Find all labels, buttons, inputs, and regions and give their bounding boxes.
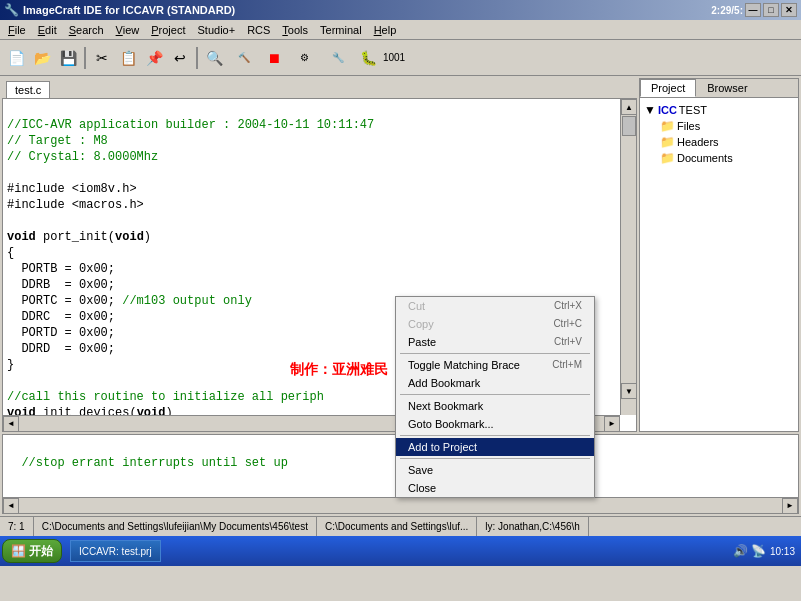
find-button[interactable]: 🔍 — [202, 46, 226, 70]
undo-button[interactable]: ↩ — [168, 46, 192, 70]
context-menu: Cut Ctrl+X Copy Ctrl+C Paste Ctrl+V Togg… — [395, 296, 595, 498]
tree-documents[interactable]: 📁 Documents — [644, 150, 794, 166]
taskbar-right: 🔊 📡 10:13 — [733, 544, 799, 558]
minimize-button[interactable]: — — [745, 3, 761, 17]
scroll-right-arrow[interactable]: ► — [604, 416, 620, 432]
vertical-scrollbar[interactable]: ▲ ▼ — [620, 99, 636, 415]
status-path2: C:\Documents and Settings\luf... — [317, 517, 477, 536]
ctx-add-bookmark[interactable]: Add Bookmark — [396, 374, 594, 392]
scroll-up-arrow[interactable]: ▲ — [621, 99, 637, 115]
start-label: 开始 — [29, 543, 53, 560]
menu-studio[interactable]: Studio+ — [192, 22, 242, 38]
ctx-toggle-brace[interactable]: Toggle Matching Brace Ctrl+M — [396, 356, 594, 374]
menu-file[interactable]: File — [2, 22, 32, 38]
taskbar-iccavr[interactable]: ICCAVR: test.prj — [70, 540, 161, 562]
toolbar: 📄 📂 💾 ✂ 📋 📌 ↩ 🔍 🔨 ⏹ ⚙ 🔧 🐛 1001 — [0, 40, 801, 76]
paste-button[interactable]: 📌 — [142, 46, 166, 70]
ctx-close[interactable]: Close — [396, 479, 594, 497]
bottom-scroll-right[interactable]: ► — [782, 498, 798, 514]
ctx-goto-bookmark-label: Goto Bookmark... — [408, 418, 494, 430]
menu-rcs[interactable]: RCS — [241, 22, 276, 38]
taskbar: 🪟 开始 ICCAVR: test.prj 🔊 📡 10:13 — [0, 536, 801, 566]
ctx-toggle-brace-shortcut: Ctrl+M — [552, 359, 582, 371]
ctx-sep4 — [400, 458, 590, 459]
menu-edit[interactable]: Edit — [32, 22, 63, 38]
tree-files-label: Files — [677, 120, 700, 132]
titlebar-title: ImageCraft IDE for ICCAVR (STANDARD) — [23, 4, 235, 16]
menu-tools[interactable]: Tools — [276, 22, 314, 38]
statusbar: 7: 1 C:\Documents and Settings\lufeijian… — [0, 516, 801, 536]
watermark-text: 制作：亚洲难民 — [290, 361, 388, 379]
ctx-next-bookmark[interactable]: Next Bookmark — [396, 397, 594, 415]
folder-icon-files: 📁 — [660, 119, 675, 133]
menu-terminal[interactable]: Terminal — [314, 22, 368, 38]
new-button[interactable]: 📄 — [4, 46, 28, 70]
ctx-paste-label: Paste — [408, 336, 436, 348]
bottom-scroll-left[interactable]: ◄ — [3, 498, 19, 514]
tab-browser[interactable]: Browser — [696, 79, 758, 97]
debug-button[interactable]: 🐛 — [356, 46, 380, 70]
ctx-save-label: Save — [408, 464, 433, 476]
tree-documents-label: Documents — [677, 152, 733, 164]
ctx-cut-shortcut: Ctrl+X — [554, 300, 582, 312]
file-tab-testc[interactable]: test.c — [6, 81, 50, 98]
menu-project[interactable]: Project — [145, 22, 191, 38]
ctx-paste-shortcut: Ctrl+V — [554, 336, 582, 348]
main-area: test.c //ICC-AVR application builder : 2… — [0, 76, 801, 516]
ctx-next-bookmark-label: Next Bookmark — [408, 400, 483, 412]
tree-root[interactable]: ▼ ICC TEST — [644, 102, 794, 118]
project-panel: Project Browser ▼ ICC TEST 📁 Files 📁 Hea… — [639, 78, 799, 432]
ctx-sep2 — [400, 394, 590, 395]
taskbar-time: 10:13 — [770, 546, 795, 557]
status-position: 7: 1 — [0, 517, 34, 536]
run-button[interactable]: 1001 — [382, 46, 406, 70]
ctx-goto-bookmark[interactable]: Goto Bookmark... — [396, 415, 594, 433]
menu-help[interactable]: Help — [368, 22, 403, 38]
toolbar-sep1 — [84, 47, 86, 69]
ctx-copy-shortcut: Ctrl+C — [553, 318, 582, 330]
ctx-paste[interactable]: Paste Ctrl+V — [396, 333, 594, 351]
ctx-copy-label: Copy — [408, 318, 434, 330]
bottom-hscrollbar[interactable]: ◄ ► — [3, 497, 798, 513]
build-button[interactable]: ⚙ — [288, 46, 320, 70]
folder-icon-documents: 📁 — [660, 151, 675, 165]
scroll-thumb[interactable] — [622, 116, 636, 136]
save-button[interactable]: 💾 — [56, 46, 80, 70]
folder-icon-headers: 📁 — [660, 135, 675, 149]
menu-view[interactable]: View — [110, 22, 146, 38]
ctx-copy: Copy Ctrl+C — [396, 315, 594, 333]
open-button[interactable]: 📂 — [30, 46, 54, 70]
maximize-button[interactable]: □ — [763, 3, 779, 17]
ctx-cut-label: Cut — [408, 300, 425, 312]
close-button[interactable]: ✕ — [781, 3, 797, 17]
titlebar: 🔧 ImageCraft IDE for ICCAVR (STANDARD) 2… — [0, 0, 801, 20]
tree-headers[interactable]: 📁 Headers — [644, 134, 794, 150]
file-tabs: test.c — [2, 78, 637, 98]
titlebar-left: 🔧 ImageCraft IDE for ICCAVR (STANDARD) — [4, 3, 235, 17]
ctx-sep1 — [400, 353, 590, 354]
ctx-save[interactable]: Save — [396, 461, 594, 479]
taskbar-icons: 🔊 📡 — [733, 544, 766, 558]
copy-button[interactable]: 📋 — [116, 46, 140, 70]
make-button[interactable]: 🔧 — [322, 46, 354, 70]
cut-button[interactable]: ✂ — [90, 46, 114, 70]
project-tree: ▼ ICC TEST 📁 Files 📁 Headers 📁 Documents — [640, 98, 798, 431]
stop-button[interactable]: ⏹ — [262, 46, 286, 70]
menu-search[interactable]: Search — [63, 22, 110, 38]
ctx-cut: Cut Ctrl+X — [396, 297, 594, 315]
menubar: File Edit Search View Project Studio+ RC… — [0, 20, 801, 40]
status-path1: C:\Documents and Settings\lufeijian\My D… — [34, 517, 317, 536]
icc-icon: ICC — [658, 104, 677, 116]
ctx-toggle-brace-label: Toggle Matching Brace — [408, 359, 520, 371]
scroll-left-arrow[interactable]: ◄ — [3, 416, 19, 432]
ctx-sep3 — [400, 435, 590, 436]
ctx-add-to-project-label: Add to Project — [408, 441, 477, 453]
start-button[interactable]: 🪟 开始 — [2, 539, 62, 563]
compile-button[interactable]: 🔨 — [228, 46, 260, 70]
tree-files[interactable]: 📁 Files — [644, 118, 794, 134]
scroll-down-arrow[interactable]: ▼ — [621, 383, 637, 399]
status-extra: ly: Jonathan,C:\456\h — [477, 517, 589, 536]
tab-project[interactable]: Project — [640, 79, 696, 97]
ctx-add-to-project[interactable]: Add to Project — [396, 438, 594, 456]
toolbar-sep2 — [196, 47, 198, 69]
